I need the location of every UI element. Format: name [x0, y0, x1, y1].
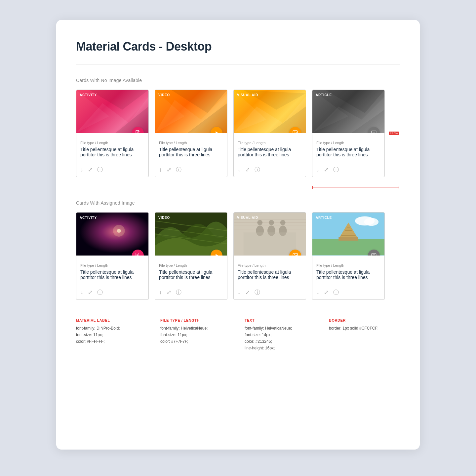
badge-activity-img: ACTIVITY: [80, 216, 97, 219]
share-icon-v[interactable]: ⤢: [167, 166, 171, 173]
card-actions-activity: ↓ ⤢ ⓘ: [76, 163, 148, 177]
spec-border: BORDER border: 1px solid #CFCFCF;: [329, 318, 400, 351]
card-activity-image: ACTIVITY File type / Length Title pellen…: [76, 212, 149, 300]
section-label-assigned: Cards With Assigned Image: [76, 200, 400, 206]
spec-line-2-2: color: #213245;: [245, 338, 316, 345]
svg-point-46: [257, 220, 262, 225]
svg-marker-37: [216, 254, 218, 256]
svg-rect-17: [293, 131, 298, 133]
download-icon[interactable]: ↓: [80, 167, 83, 173]
svg-point-48: [269, 220, 274, 225]
spec-text: TEXT font-family: HelveticaNeue; font-si…: [245, 318, 316, 351]
share-icon-vai[interactable]: ⤢: [245, 289, 250, 296]
badge-video-img: VIDEO: [158, 216, 170, 219]
download-icon-vai[interactable]: ↓: [238, 289, 241, 296]
measurement-annotation: 25.5%: [389, 90, 399, 177]
spec-line-0-2: color: #FFFFFF;: [76, 338, 147, 345]
download-icon-v[interactable]: ↓: [159, 167, 162, 173]
card-title-video: Title pellentesque at ligula porttitor t…: [159, 147, 223, 157]
share-icon[interactable]: ⤢: [88, 166, 93, 173]
info-icon-vai[interactable]: ⓘ: [255, 289, 260, 296]
share-icon-a[interactable]: ⤢: [324, 166, 329, 173]
badge-video: VIDEO: [158, 93, 170, 97]
info-icon-v[interactable]: ⓘ: [176, 166, 181, 174]
card-body-article-img: File type / Length Title pellentesque at…: [312, 256, 384, 286]
info-icon-va[interactable]: ⓘ: [255, 166, 260, 174]
card-actions-va-img: ↓ ⤢ ⓘ: [234, 286, 306, 299]
spec-line-3-0: border: 1px solid #CFCFCF;: [329, 325, 400, 332]
card-body-article: File type / Length Title pellentesque at…: [312, 133, 384, 163]
card-title-visual-aid: Title pellentesque at ligula porttitor t…: [238, 147, 302, 157]
spec-line-0-0: font-family: DINPro-Bold;: [76, 325, 147, 332]
card-actions-visual-aid: ↓ ⤢ ⓘ: [234, 163, 306, 177]
card-title-article: Title pellentesque at ligula porttitor t…: [316, 147, 380, 157]
card-image-video: VIDEO: [155, 90, 227, 133]
card-visual-aid-image: VISUAL AID File type / Length Title pell…: [233, 212, 306, 300]
card-title-va-img: Title pellentesque at ligula porttitor t…: [238, 269, 302, 280]
download-icon-vi[interactable]: ↓: [159, 289, 162, 296]
cards-row-assigned: ACTIVITY File type / Length Title pellen…: [76, 212, 400, 300]
section-no-image: Cards With No Image Available ACTIVITY: [76, 78, 400, 177]
card-actions-ar-img: ↓ ⤢ ⓘ: [312, 286, 384, 299]
card-body-visual-aid-img: File type / Length Title pellentesque at…: [234, 256, 306, 286]
card-meta-ar-img: File type / Length: [316, 263, 380, 267]
card-img-visual-aid: VISUAL AID: [234, 213, 306, 256]
download-icon-ari[interactable]: ↓: [316, 289, 319, 296]
svg-marker-1: [90, 90, 148, 110]
download-icon-a[interactable]: ↓: [316, 167, 319, 173]
card-body-activity: File type / Length Title pellentesque at…: [76, 133, 148, 163]
spec-line-1-2: color: #7F7F7F;: [160, 338, 231, 345]
card-article-image: ARTICLE File type / Length Title pellent…: [312, 212, 385, 300]
card-body-activity-img: File type / Length Title pellentesque at…: [76, 256, 148, 286]
card-meta-a-img: File type / Length: [80, 263, 144, 267]
card-actions-a-img: ↓ ⤢ ⓘ: [76, 286, 148, 299]
card-title-v-img: Title pellentesque at ligula porttitor t…: [159, 269, 223, 280]
info-icon-a[interactable]: ⓘ: [333, 166, 339, 174]
card-visual-aid-no-image: VISUAL AID File type / Length Title pell…: [233, 90, 306, 177]
spec-line-2-1: font-size: 14px;: [245, 332, 316, 338]
card-title-ar-img: Title pellentesque at ligula porttitor t…: [316, 269, 380, 280]
download-icon-ai[interactable]: ↓: [80, 289, 83, 296]
card-video-image: VIDEO File type / Length Title pellentes…: [155, 212, 227, 300]
card-image-activity: ACTIVITY: [76, 90, 148, 133]
info-icon-vi[interactable]: ⓘ: [176, 289, 181, 296]
page-title: Material Cards - Desktop: [76, 40, 400, 54]
share-icon-ai[interactable]: ⤢: [88, 289, 93, 296]
download-icon-va[interactable]: ↓: [238, 167, 241, 173]
spec-line-1-1: font-size: 11px;: [160, 332, 231, 338]
svg-point-57: [364, 218, 379, 226]
info-icon-ai[interactable]: ⓘ: [97, 289, 103, 296]
share-icon-vi[interactable]: ⤢: [167, 289, 171, 296]
svg-point-50: [280, 220, 286, 225]
card-actions-v-img: ↓ ⤢ ⓘ: [155, 286, 227, 299]
card-body-video: File type / Length Title pellentesque at…: [155, 133, 227, 163]
info-icon-ari[interactable]: ⓘ: [333, 289, 339, 296]
spec-title-0: MATERIAL LABEL: [76, 318, 147, 322]
spec-file-type: FILE TYPE / LENGTH font-family: Helvetic…: [160, 318, 231, 351]
card-meta-video: File type / Length: [159, 141, 223, 145]
divider: [76, 64, 400, 64]
info-icon[interactable]: ⓘ: [97, 166, 103, 174]
spec-line-0-1: font-size: 11px;: [76, 332, 147, 338]
card-title-a-img: Title pellentesque at ligula porttitor t…: [80, 269, 144, 280]
card-actions-article: ↓ ⤢ ⓘ: [312, 163, 384, 177]
card-img-activity: ACTIVITY: [76, 213, 148, 256]
card-meta-activity: File type / Length: [80, 141, 144, 145]
spec-line-2-3: line-height: 16px;: [245, 345, 316, 351]
measurement-label: 25.5%: [389, 132, 399, 135]
share-icon-ari[interactable]: ⤢: [324, 289, 329, 296]
svg-rect-59: [338, 237, 358, 241]
share-icon-va[interactable]: ⤢: [245, 166, 250, 173]
card-image-article: ARTICLE: [312, 90, 384, 133]
card-body-video-img: File type / Length Title pellentesque at…: [155, 256, 227, 286]
section-label-no-image: Cards With No Image Available: [76, 78, 400, 83]
card-article-no-image: ARTICLE File type / Length Title pellent…: [312, 90, 385, 177]
svg-point-18: [294, 132, 295, 132]
svg-rect-51: [244, 232, 296, 255]
svg-point-53: [294, 254, 295, 255]
badge-activity: ACTIVITY: [80, 93, 97, 97]
spec-title-1: FILE TYPE / LENGTH: [160, 318, 231, 322]
spec-title-3: BORDER: [329, 318, 400, 322]
card-image-visual-aid: VISUAL AID: [234, 90, 306, 133]
specs-section: MATERIAL LABEL font-family: DINPro-Bold;…: [76, 318, 400, 351]
